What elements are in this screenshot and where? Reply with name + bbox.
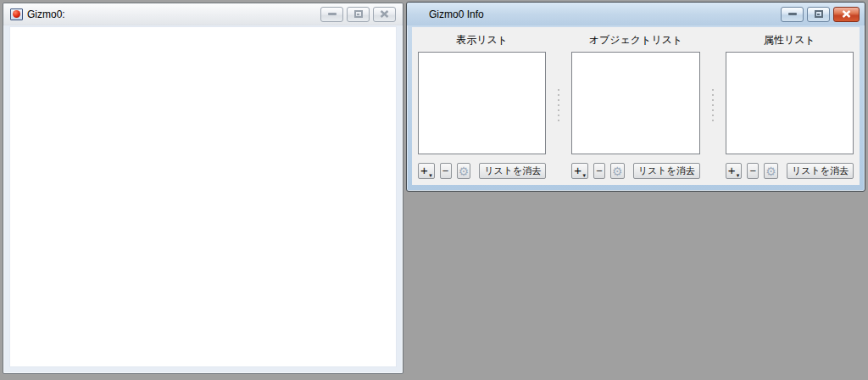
- gizmo-info-titlebar[interactable]: Gizmo0 Info: [407, 3, 865, 25]
- settings-button[interactable]: ⚙: [457, 163, 471, 179]
- add-button[interactable]: + ▾: [726, 163, 743, 179]
- maximize-icon: [354, 10, 363, 18]
- clear-list-button[interactable]: リストを消去: [479, 163, 546, 179]
- display-listbox[interactable]: [418, 52, 546, 154]
- settings-button[interactable]: ⚙: [610, 163, 625, 179]
- add-button[interactable]: + ▾: [571, 163, 588, 179]
- minimize-button[interactable]: [320, 7, 343, 22]
- display-list-panel: 表示リスト + ▾ − ⚙ リストを消去: [412, 27, 552, 185]
- object-list-panel: オブジェクトリスト + ▾ − ⚙ リストを消去: [565, 27, 705, 185]
- maximize-icon: [815, 10, 823, 18]
- minus-icon: −: [442, 165, 449, 176]
- maximize-button[interactable]: [347, 7, 370, 22]
- gear-icon: ⚙: [765, 165, 776, 177]
- attribute-list-panel: 属性リスト + ▾ − ⚙ リストを消去: [720, 27, 860, 185]
- gear-icon: ⚙: [612, 165, 623, 177]
- window-controls: [781, 7, 860, 22]
- dropdown-arrow-icon: ▾: [737, 172, 740, 178]
- plus-icon: +: [420, 164, 428, 176]
- panel-label: オブジェクトリスト: [589, 33, 683, 46]
- window-controls: [320, 7, 396, 22]
- remove-button[interactable]: −: [593, 163, 605, 179]
- remove-button[interactable]: −: [747, 163, 759, 179]
- gizmo-window-title: Gizmo0:: [27, 8, 65, 20]
- gizmo-app-icon: [10, 8, 23, 20]
- dropdown-arrow-icon: ▾: [583, 172, 587, 178]
- gizmo-window: Gizmo0:: [3, 3, 403, 374]
- dotted-grip-icon: [712, 89, 714, 123]
- button-row: + ▾ − ⚙ リストを消去: [418, 163, 546, 179]
- panel-separator-handle[interactable]: [706, 27, 720, 185]
- close-button[interactable]: [373, 7, 396, 22]
- clear-list-button[interactable]: リストを消去: [787, 163, 854, 179]
- desktop: Gizmo0: Gizmo0 Info: [0, 0, 868, 380]
- dotted-grip-icon: [558, 89, 559, 123]
- maximize-button[interactable]: [807, 7, 830, 22]
- add-button[interactable]: + ▾: [418, 163, 435, 179]
- gizmo-3d-canvas[interactable]: [9, 26, 397, 367]
- clear-list-button[interactable]: リストを消去: [633, 163, 700, 179]
- attribute-listbox[interactable]: [726, 52, 854, 154]
- minimize-icon: [328, 13, 337, 15]
- minus-icon: −: [596, 165, 603, 176]
- gizmo-info-client: 表示リスト + ▾ − ⚙ リストを消去: [412, 27, 860, 185]
- object-listbox[interactable]: [571, 52, 699, 154]
- plus-icon: +: [728, 164, 736, 176]
- panel-label: 表示リスト: [456, 33, 508, 46]
- settings-button[interactable]: ⚙: [764, 163, 778, 179]
- panel-label: 属性リスト: [764, 33, 815, 46]
- close-icon: [842, 10, 851, 18]
- red-sphere-icon: [13, 10, 20, 18]
- panel-separator-handle[interactable]: [552, 27, 565, 185]
- gizmo-info-window: Gizmo0 Info 表示リスト: [406, 2, 865, 192]
- close-button[interactable]: [833, 7, 860, 22]
- minus-icon: −: [749, 165, 756, 176]
- remove-button[interactable]: −: [440, 163, 452, 179]
- gear-icon: ⚙: [459, 165, 470, 177]
- gizmo-window-titlebar[interactable]: Gizmo0:: [3, 3, 403, 25]
- gizmo-info-title: Gizmo0 Info: [429, 8, 484, 20]
- minimize-button[interactable]: [781, 7, 804, 22]
- plus-icon: +: [574, 164, 581, 176]
- button-row: + ▾ − ⚙ リストを消去: [571, 163, 699, 179]
- close-icon: [380, 10, 389, 18]
- button-row: + ▾ − ⚙ リストを消去: [726, 163, 854, 179]
- minimize-icon: [788, 13, 797, 15]
- dropdown-arrow-icon: ▾: [429, 172, 432, 178]
